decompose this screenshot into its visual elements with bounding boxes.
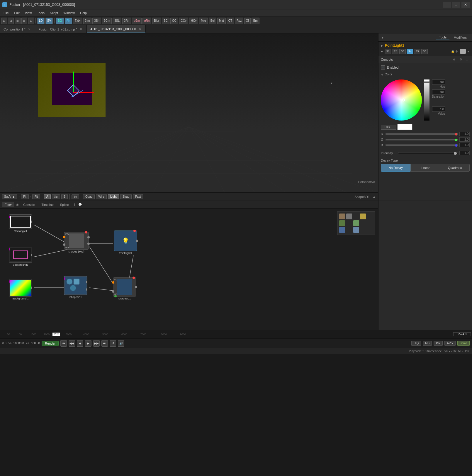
pick-button[interactable]: Pick... [381, 125, 396, 130]
flow-tab-spline[interactable]: Spline [57, 202, 72, 207]
hiq-button[interactable]: HiQ [411, 341, 421, 346]
tab-close-a001[interactable]: ✕ [138, 27, 142, 31]
g-value[interactable]: 1.0 [459, 137, 470, 142]
slot-s3[interactable]: S3 [399, 49, 406, 54]
toolbar-bol[interactable]: Bol [209, 18, 216, 24]
saturation-value[interactable]: 0.0 [432, 89, 445, 95]
toolbar-3rn[interactable]: 3Rn [122, 18, 131, 24]
decay-quadratic[interactable]: Quadratic [440, 164, 470, 172]
collapse-icon[interactable]: ▲ [372, 194, 376, 199]
intensity-slider[interactable] [398, 152, 458, 154]
swatch-4[interactable] [360, 214, 366, 219]
toolbar-layout-2[interactable]: ⊟ [8, 18, 14, 24]
hue-value[interactable]: 0.0 [432, 79, 445, 85]
camera-button[interactable]: ĉō [72, 194, 79, 199]
toolbar-3im[interactable]: 3Im [83, 18, 92, 24]
transport-prev-prev[interactable]: ◀◀ [69, 340, 75, 347]
toolbar-hcv[interactable]: HCv [189, 18, 198, 24]
mb-button[interactable]: MB [423, 341, 432, 346]
shad-button[interactable]: Shad [120, 194, 132, 199]
slot-s5[interactable]: S5 [414, 49, 420, 54]
subv-button[interactable]: SubV ▲ [2, 194, 17, 199]
r-value[interactable]: 1.0 [459, 132, 470, 136]
node-background2[interactable]: Background... [9, 279, 32, 300]
menu-file[interactable]: File [1, 11, 11, 15]
menu-help[interactable]: Help [78, 11, 89, 15]
transport-prev[interactable]: ◀ [77, 340, 83, 347]
quad-button[interactable]: Quad [83, 194, 95, 199]
g-slider[interactable] [386, 139, 458, 140]
toolbar-layout-5[interactable]: ⊡ [28, 18, 34, 24]
toolbar-layout-4[interactable]: ⊠ [21, 18, 27, 24]
ab-button[interactable]: ĀB [52, 194, 60, 199]
flow-comment-icon[interactable]: 💬 [78, 202, 82, 207]
b-slider[interactable] [386, 144, 458, 146]
toolbar-3sl[interactable]: 3SL [113, 18, 121, 24]
transform-icon[interactable]: ⊕ [451, 57, 457, 62]
flow-content[interactable]: Rectangle1 Background1 [0, 209, 378, 330]
toolbar-pem[interactable]: pEm [132, 18, 142, 24]
a-button[interactable]: A [44, 194, 51, 199]
swatch-8[interactable] [353, 220, 359, 226]
viewport-3d[interactable]: Y Perspective [0, 33, 378, 192]
prx-button[interactable]: Prx [434, 341, 443, 346]
toolbar-mrg[interactable]: Mrg [199, 18, 208, 24]
color-value-strip[interactable] [424, 79, 429, 121]
toolbar-prn[interactable]: pRn [142, 18, 151, 24]
render-button[interactable]: Render [42, 341, 59, 346]
menu-arrow-icon[interactable]: ▼ [467, 50, 470, 53]
toolbar-cc[interactable]: CC [170, 18, 178, 24]
timeline-numbers[interactable]: 50 100 1500 2000 2524 3000 4000 5000 600… [1, 330, 453, 338]
tab-composition1[interactable]: Composition1 * ✕ [0, 25, 35, 33]
transport-end[interactable]: ⏭ [101, 340, 108, 347]
tab-close-composition1[interactable]: ✕ [27, 27, 31, 31]
flow-tab-console[interactable]: Console [20, 202, 38, 207]
timeline-frame-display[interactable]: 2524.0 [453, 332, 471, 336]
color-wheel[interactable] [381, 79, 422, 121]
color-expand-icon[interactable]: ▼ [381, 74, 383, 77]
toolbar-rsz[interactable]: Rsz [235, 18, 243, 24]
settings-ctrl-icon[interactable]: ⚙ [458, 57, 463, 62]
close-button[interactable]: ✕ [461, 2, 470, 8]
light-button[interactable]: Light [108, 194, 119, 199]
toolbar-ccv[interactable]: CCv [179, 18, 188, 24]
swatch-6[interactable] [339, 220, 345, 226]
toolbar-3sh[interactable]: 3Sh [92, 18, 101, 24]
slot-s1[interactable]: S1 [385, 49, 391, 54]
slot-s2[interactable]: S2 [392, 49, 398, 54]
fit2-button[interactable]: Fit [32, 194, 40, 199]
flow-info-icon[interactable]: ℹ [72, 202, 77, 207]
value-value[interactable]: 1.0 [432, 106, 445, 112]
toolbar-ld[interactable]: LD [37, 18, 45, 24]
r-slider[interactable] [386, 133, 458, 135]
toolbar-blur[interactable]: Blur [152, 18, 161, 24]
toolbar-xf[interactable]: Xf [244, 18, 250, 24]
aprx-button[interactable]: APrx [444, 341, 456, 346]
some-button[interactable]: Some [457, 341, 470, 346]
tab-fusion-clip[interactable]: Fusion_Clip_1_v01.comp * ✕ [35, 25, 87, 33]
transport-start[interactable]: ⏮ [60, 340, 67, 347]
tab-close-fusion-clip[interactable]: ✕ [79, 27, 83, 31]
menu-script[interactable]: Script [47, 11, 60, 15]
info-icon[interactable]: ℹ [464, 57, 470, 62]
panel-tab-tools[interactable]: Tools [436, 35, 450, 40]
swatch-11[interactable] [339, 227, 345, 233]
node-pointlight1[interactable]: 💡 PointLight1 [114, 231, 137, 255]
decay-no-decay[interactable]: No Decay [381, 164, 410, 172]
swatch-13[interactable] [353, 227, 359, 233]
toolbar-bm[interactable]: Bm [252, 18, 259, 24]
node-shape3d1[interactable]: Shape3D1 [64, 276, 87, 299]
transport-play[interactable]: ▶ [85, 340, 91, 347]
menu-tools[interactable]: Tools [35, 11, 47, 15]
toolbar-bc[interactable]: BC [162, 18, 169, 24]
transport-audio[interactable]: 🔊 [118, 340, 124, 347]
slot-s6[interactable]: S6 [421, 49, 428, 54]
wire-button[interactable]: Wire [96, 194, 107, 199]
menu-edit[interactable]: Edit [12, 11, 22, 15]
transport-loop[interactable]: ↺ [110, 340, 116, 347]
slot-s4[interactable]: S4 [407, 49, 413, 54]
flow-console-icon[interactable]: ◉ [15, 202, 20, 207]
panel-tab-modifiers[interactable]: Modifiers [451, 35, 470, 40]
toolbar-layout-1[interactable]: ⊞ [1, 18, 7, 24]
node-rectangle1[interactable]: Rectangle1 [9, 214, 32, 233]
